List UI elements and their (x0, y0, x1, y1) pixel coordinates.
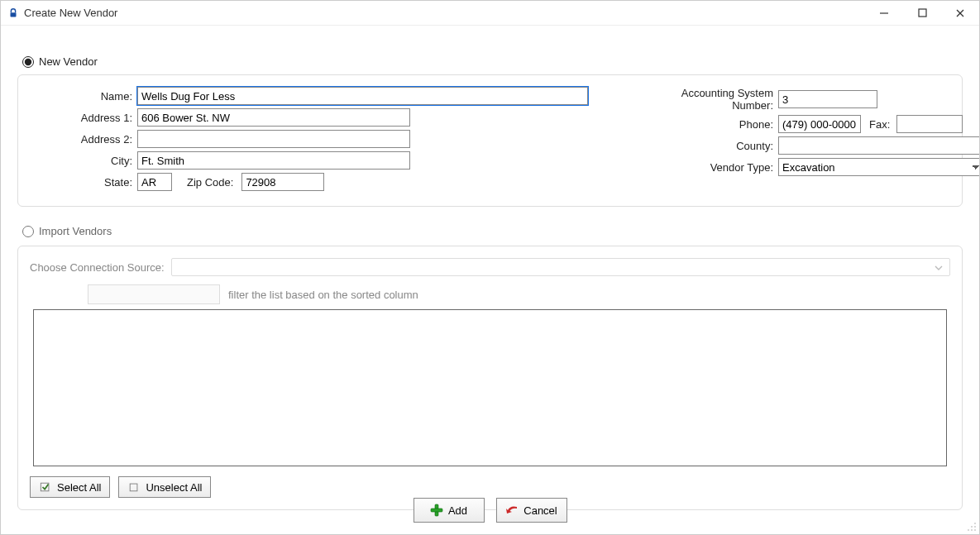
connection-source-select (171, 258, 950, 276)
cancel-button[interactable]: Cancel (496, 498, 567, 523)
window-title: Create New Vendor (24, 7, 117, 19)
unselect-all-button[interactable]: Unselect All (118, 476, 211, 498)
new-vendor-radio-row: New Vendor (22, 55, 963, 68)
svg-point-10 (971, 526, 973, 528)
name-input[interactable] (137, 87, 588, 105)
county-label: County: (638, 140, 778, 152)
select-all-label: Select All (57, 481, 101, 494)
city-input[interactable] (137, 151, 410, 170)
fax-label: Fax: (869, 118, 890, 131)
svg-point-9 (974, 523, 976, 524)
add-button[interactable]: Add (414, 498, 485, 523)
address1-input[interactable] (137, 108, 410, 127)
asn-input[interactable] (778, 90, 877, 108)
state-label: State: (30, 176, 137, 189)
lock-icon (7, 7, 19, 19)
name-label: Name: (30, 90, 137, 103)
svg-point-13 (971, 529, 973, 531)
filter-hint-text: filter the list based on the sorted colu… (228, 289, 418, 301)
cancel-button-label: Cancel (523, 504, 557, 517)
svg-rect-8 (431, 509, 442, 512)
add-button-label: Add (448, 504, 467, 517)
connection-source-label: Choose Connection Source: (30, 261, 171, 274)
address1-label: Address 1: (30, 112, 137, 124)
plus-icon (430, 504, 443, 517)
vendor-type-label: Vendor Type: (638, 161, 778, 174)
titlebar: Create New Vendor (1, 1, 979, 26)
svg-point-12 (968, 529, 969, 531)
zip-label: Zip Code: (187, 176, 233, 189)
zip-input[interactable] (241, 173, 324, 191)
svg-rect-2 (919, 9, 926, 17)
address2-input[interactable] (137, 130, 410, 148)
import-vendors-radio[interactable] (22, 226, 34, 237)
minimize-button[interactable] (865, 1, 903, 26)
svg-rect-6 (131, 484, 138, 491)
asn-label: Accounting System Number: (638, 87, 778, 112)
new-vendor-radio-label[interactable]: New Vendor (39, 55, 98, 68)
cancel-arrow-icon (505, 504, 519, 517)
import-vendors-radio-row: Import Vendors (22, 225, 963, 237)
unselect-all-label: Unselect All (146, 481, 202, 494)
phone-input[interactable] (778, 115, 861, 133)
address2-label: Address 2: (30, 133, 137, 146)
new-vendor-panel: Name: Address 1: Address 2: City: State: (17, 74, 963, 207)
close-button[interactable] (941, 1, 979, 26)
import-vendors-radio-label[interactable]: Import Vendors (39, 225, 112, 237)
dialog-buttons: Add Cancel (1, 498, 979, 523)
svg-point-14 (974, 529, 976, 531)
phone-label: Phone: (638, 118, 778, 131)
state-input[interactable] (137, 173, 172, 191)
maximize-button[interactable] (903, 1, 941, 26)
county-input[interactable] (778, 136, 980, 155)
fax-input[interactable] (896, 115, 963, 133)
svg-rect-0 (11, 12, 17, 17)
vendor-type-select[interactable]: Excavation (778, 158, 980, 176)
select-all-button[interactable]: Select All (30, 476, 110, 498)
new-vendor-radio[interactable] (22, 56, 34, 68)
import-grid (33, 309, 947, 466)
filter-input (88, 284, 220, 304)
city-label: City: (30, 155, 137, 167)
uncheck-icon (127, 480, 141, 494)
check-icon (39, 480, 52, 494)
svg-point-11 (974, 526, 976, 528)
import-vendors-panel: Choose Connection Source: filter the lis… (17, 246, 963, 510)
resize-grip[interactable] (966, 521, 978, 533)
